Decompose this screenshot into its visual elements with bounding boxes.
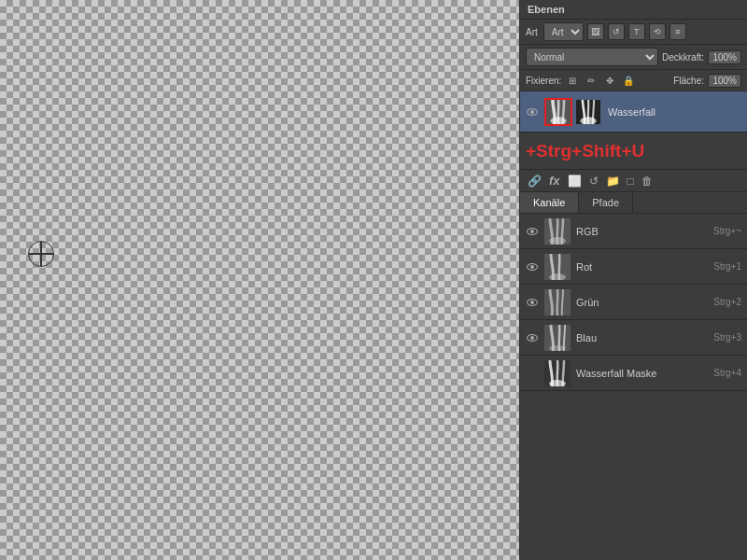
channel-gruen-thumb (544, 289, 571, 315)
channel-item-rot[interactable]: Rot Strg+1 (520, 249, 747, 285)
right-panel: Ebenen Art Art 🖼 ↺ T ⟲ ≡ Normal Deckkraf… (519, 0, 747, 560)
art-select[interactable]: Art (543, 22, 584, 41)
channel-item-blau[interactable]: Blau Strg+3 (520, 320, 747, 356)
panel-header: Ebenen (520, 0, 747, 20)
layer-main-thumb[interactable] (544, 98, 572, 126)
channel-gruen-name: Grün (576, 297, 713, 308)
channel-rgb-shortcut: Strg+~ (713, 226, 741, 236)
panel-title: Ebenen (528, 4, 565, 15)
icon-image-btn[interactable]: 🖼 (587, 23, 604, 40)
trash-action-icon[interactable]: 🗑 (641, 175, 653, 188)
fix-lock-icon[interactable]: 🔒 (621, 73, 636, 88)
channel-rot-shortcut: Strg+1 (713, 261, 741, 272)
layer-thumbnails (544, 98, 602, 126)
blend-opacity-row: Normal Deckkraft: 100% (520, 45, 747, 70)
channel-gruen-eye[interactable] (526, 296, 539, 309)
channel-item-rgb[interactable]: RGB Strg+~ (520, 214, 747, 249)
new-layer-action-icon[interactable]: □ (627, 175, 634, 188)
fix-move-icon[interactable]: ✥ (602, 73, 617, 88)
channel-rgb-eye[interactable] (526, 225, 539, 238)
channel-rot-eye-icon (527, 263, 538, 271)
blend-mode-select[interactable]: Normal (526, 48, 658, 66)
flaeche-value: 100% (708, 74, 741, 88)
layer-mask-svg (576, 100, 600, 124)
fix-grid-icon[interactable]: ⊞ (565, 73, 580, 88)
art-toolbar-row: Art Art 🖼 ↺ T ⟲ ≡ (520, 20, 747, 45)
eye-pupil (530, 110, 534, 114)
layer-visibility-toggle[interactable] (526, 105, 539, 119)
fix-paint-icon[interactable]: ✏ (584, 73, 599, 88)
opacity-label: Deckkraft: (662, 52, 704, 63)
icon-transform-btn[interactable]: ⟲ (649, 23, 666, 40)
shortcut-text: +Strg+Shift+U (526, 141, 644, 161)
channel-rgb-name: RGB (576, 226, 713, 237)
layer-item[interactable]: Wasserfall (520, 91, 747, 133)
opacity-value: 100% (708, 50, 741, 64)
icon-refresh-btn[interactable]: ↺ (608, 23, 625, 40)
checkerboard-bg (0, 0, 519, 560)
tabs-row: Kanäle Pfade (520, 192, 747, 214)
channel-rgb-eye-icon (527, 228, 538, 235)
fx-action-icon[interactable]: fx (549, 174, 560, 188)
icon-extra-btn[interactable]: ≡ (669, 23, 686, 40)
link-action-icon[interactable]: 🔗 (528, 175, 542, 188)
channel-blau-name: Blau (576, 332, 713, 343)
tab-pfade[interactable]: Pfade (579, 192, 633, 213)
layer-action-bar: 🔗 fx ⬜ ↺ 📁 □ 🗑 (520, 169, 747, 192)
layer-thumb-svg (546, 100, 571, 124)
channel-item-wasserfall-maske[interactable]: Wasserfall Maske Strg+4 (520, 356, 747, 391)
channel-gruen-shortcut: Strg+2 (713, 297, 741, 307)
fixieren-label: Fixieren: (526, 76, 561, 86)
svg-point-20 (549, 345, 566, 351)
layer-name-label: Wasserfall (608, 106, 655, 118)
eye-icon (527, 108, 538, 116)
channel-rgb-thumb (544, 218, 571, 245)
channel-maske-name: Wasserfall Maske (576, 368, 713, 379)
channel-rot-thumb (544, 254, 571, 280)
channel-blau-shortcut: Strg+3 (713, 332, 741, 343)
svg-point-15 (549, 237, 566, 245)
tab-kanaele[interactable]: Kanäle (520, 192, 579, 213)
layer-mask-thumb[interactable] (574, 98, 602, 126)
art-label: Art (526, 27, 538, 37)
adjustment-action-icon[interactable]: ↺ (589, 175, 599, 188)
channel-gruen-eye-icon (527, 299, 538, 306)
canvas-area (0, 0, 519, 560)
fixieren-row: Fixieren: ⊞ ✏ ✥ 🔒 Fläche: 100% (520, 70, 747, 91)
channel-blau-thumb (544, 325, 571, 351)
channel-maske-thumb (544, 360, 571, 386)
shortcut-overlay: +Strg+Shift+U (520, 133, 747, 169)
channel-maske-eye[interactable] (526, 367, 539, 380)
channel-rot-eye[interactable] (526, 260, 539, 273)
crosshair-cursor (28, 241, 54, 267)
flaeche-label: Fläche: (673, 76, 704, 86)
channel-blau-eye-icon (527, 334, 538, 342)
folder-action-icon[interactable]: 📁 (606, 175, 620, 188)
channel-item-gruen[interactable]: Grün Strg+2 (520, 285, 747, 320)
channel-maske-shortcut: Strg+4 (713, 368, 741, 378)
icon-type-btn[interactable]: T (628, 23, 645, 40)
channel-list: RGB Strg+~ Rot Strg+1 (520, 214, 747, 391)
channel-blau-eye[interactable] (526, 331, 539, 344)
mask-action-icon[interactable]: ⬜ (568, 175, 582, 188)
channel-rot-name: Rot (576, 261, 713, 273)
